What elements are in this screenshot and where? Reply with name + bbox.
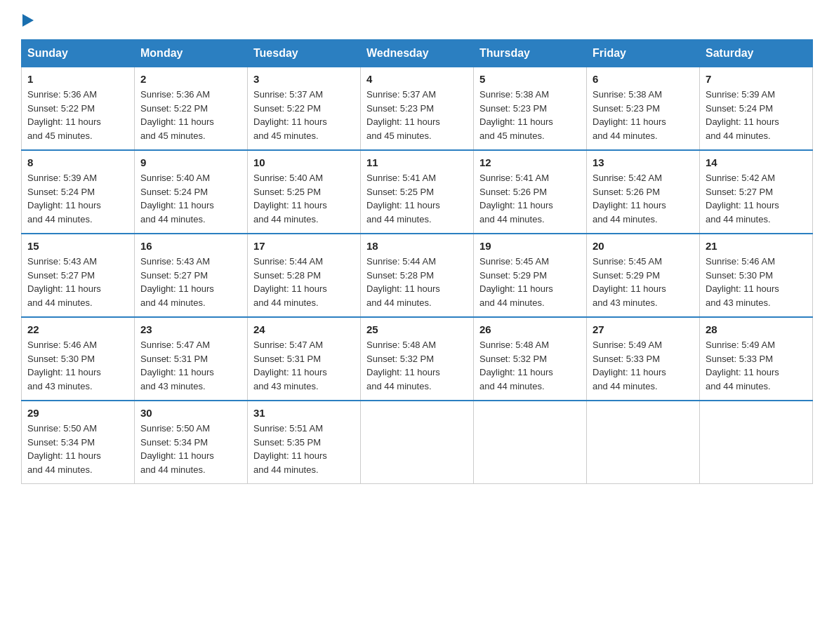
day-info: Sunrise: 5:43 AMSunset: 5:27 PMDaylight:… bbox=[27, 255, 128, 309]
day-info: Sunrise: 5:44 AMSunset: 5:28 PMDaylight:… bbox=[366, 255, 468, 309]
day-info: Sunrise: 5:44 AMSunset: 5:28 PMDaylight:… bbox=[253, 255, 355, 309]
day-number: 1 bbox=[27, 73, 128, 85]
calendar-cell: 25Sunrise: 5:48 AMSunset: 5:32 PMDayligh… bbox=[361, 317, 474, 401]
calendar-cell: 9Sunrise: 5:40 AMSunset: 5:24 PMDaylight… bbox=[135, 150, 248, 234]
day-info: Sunrise: 5:36 AMSunset: 5:22 PMDaylight:… bbox=[140, 88, 241, 142]
day-info: Sunrise: 5:42 AMSunset: 5:26 PMDaylight:… bbox=[593, 171, 694, 226]
day-info: Sunrise: 5:40 AMSunset: 5:25 PMDaylight:… bbox=[253, 171, 355, 226]
day-number: 8 bbox=[27, 156, 128, 168]
day-number: 28 bbox=[706, 323, 807, 335]
calendar-cell: 4Sunrise: 5:37 AMSunset: 5:23 PMDaylight… bbox=[361, 67, 474, 151]
day-number: 27 bbox=[593, 323, 694, 335]
header-sunday: Sunday bbox=[22, 40, 135, 67]
calendar-cell: 16Sunrise: 5:43 AMSunset: 5:27 PMDayligh… bbox=[135, 234, 248, 317]
day-number: 16 bbox=[140, 240, 241, 252]
day-number: 23 bbox=[140, 323, 241, 335]
calendar-cell: 3Sunrise: 5:37 AMSunset: 5:22 PMDaylight… bbox=[248, 67, 361, 151]
day-number: 11 bbox=[366, 156, 468, 168]
calendar-cell: 29Sunrise: 5:50 AMSunset: 5:34 PMDayligh… bbox=[22, 401, 135, 484]
day-number: 9 bbox=[140, 156, 241, 168]
day-info: Sunrise: 5:46 AMSunset: 5:30 PMDaylight:… bbox=[27, 338, 128, 393]
day-number: 12 bbox=[479, 156, 581, 168]
header-monday: Monday bbox=[135, 40, 248, 67]
calendar-cell bbox=[700, 401, 813, 484]
calendar-cell: 14Sunrise: 5:42 AMSunset: 5:27 PMDayligh… bbox=[700, 150, 813, 234]
calendar-cell: 27Sunrise: 5:49 AMSunset: 5:33 PMDayligh… bbox=[587, 317, 700, 401]
header-saturday: Saturday bbox=[700, 40, 813, 67]
day-number: 7 bbox=[706, 73, 807, 85]
header-friday: Friday bbox=[587, 40, 700, 67]
day-number: 19 bbox=[479, 240, 581, 252]
day-info: Sunrise: 5:37 AMSunset: 5:23 PMDaylight:… bbox=[366, 88, 468, 142]
header-thursday: Thursday bbox=[474, 40, 587, 67]
calendar-cell: 20Sunrise: 5:45 AMSunset: 5:29 PMDayligh… bbox=[587, 234, 700, 317]
day-number: 25 bbox=[366, 323, 468, 335]
calendar-cell: 5Sunrise: 5:38 AMSunset: 5:23 PMDaylight… bbox=[474, 67, 587, 151]
calendar-cell: 24Sunrise: 5:47 AMSunset: 5:31 PMDayligh… bbox=[248, 317, 361, 401]
calendar-cell bbox=[587, 401, 700, 484]
calendar-cell: 13Sunrise: 5:42 AMSunset: 5:26 PMDayligh… bbox=[587, 150, 700, 234]
calendar-cell: 23Sunrise: 5:47 AMSunset: 5:31 PMDayligh… bbox=[135, 317, 248, 401]
day-info: Sunrise: 5:46 AMSunset: 5:30 PMDaylight:… bbox=[706, 255, 807, 309]
day-number: 13 bbox=[593, 156, 694, 168]
logo bbox=[21, 14, 34, 25]
day-info: Sunrise: 5:39 AMSunset: 5:24 PMDaylight:… bbox=[706, 88, 807, 142]
day-number: 29 bbox=[27, 407, 128, 419]
calendar-cell: 31Sunrise: 5:51 AMSunset: 5:35 PMDayligh… bbox=[248, 401, 361, 484]
calendar-cell: 2Sunrise: 5:36 AMSunset: 5:22 PMDaylight… bbox=[135, 67, 248, 151]
day-info: Sunrise: 5:45 AMSunset: 5:29 PMDaylight:… bbox=[479, 255, 581, 309]
day-number: 5 bbox=[479, 73, 581, 85]
calendar-cell: 6Sunrise: 5:38 AMSunset: 5:23 PMDaylight… bbox=[587, 67, 700, 151]
day-info: Sunrise: 5:49 AMSunset: 5:33 PMDaylight:… bbox=[706, 338, 807, 393]
day-number: 22 bbox=[27, 323, 128, 335]
calendar-cell: 11Sunrise: 5:41 AMSunset: 5:25 PMDayligh… bbox=[361, 150, 474, 234]
calendar-cell: 26Sunrise: 5:48 AMSunset: 5:32 PMDayligh… bbox=[474, 317, 587, 401]
day-info: Sunrise: 5:50 AMSunset: 5:34 PMDaylight:… bbox=[140, 422, 241, 476]
day-number: 20 bbox=[593, 240, 694, 252]
day-info: Sunrise: 5:38 AMSunset: 5:23 PMDaylight:… bbox=[593, 88, 694, 142]
calendar-week-row: 1Sunrise: 5:36 AMSunset: 5:22 PMDaylight… bbox=[22, 67, 813, 151]
day-info: Sunrise: 5:41 AMSunset: 5:25 PMDaylight:… bbox=[366, 171, 468, 226]
day-info: Sunrise: 5:50 AMSunset: 5:34 PMDaylight:… bbox=[27, 422, 128, 476]
day-number: 18 bbox=[366, 240, 468, 252]
day-number: 3 bbox=[253, 73, 355, 85]
day-info: Sunrise: 5:49 AMSunset: 5:33 PMDaylight:… bbox=[593, 338, 694, 393]
day-number: 24 bbox=[253, 323, 355, 335]
day-info: Sunrise: 5:39 AMSunset: 5:24 PMDaylight:… bbox=[27, 171, 128, 226]
day-info: Sunrise: 5:38 AMSunset: 5:23 PMDaylight:… bbox=[479, 88, 581, 142]
calendar-header-row: SundayMondayTuesdayWednesdayThursdayFrid… bbox=[22, 40, 813, 67]
logo-triangle-icon bbox=[22, 14, 34, 27]
day-number: 14 bbox=[706, 156, 807, 168]
calendar-cell: 21Sunrise: 5:46 AMSunset: 5:30 PMDayligh… bbox=[700, 234, 813, 317]
calendar-cell: 12Sunrise: 5:41 AMSunset: 5:26 PMDayligh… bbox=[474, 150, 587, 234]
day-number: 10 bbox=[253, 156, 355, 168]
calendar-week-row: 8Sunrise: 5:39 AMSunset: 5:24 PMDaylight… bbox=[22, 150, 813, 234]
calendar-cell: 19Sunrise: 5:45 AMSunset: 5:29 PMDayligh… bbox=[474, 234, 587, 317]
day-number: 6 bbox=[593, 73, 694, 85]
day-info: Sunrise: 5:36 AMSunset: 5:22 PMDaylight:… bbox=[27, 88, 128, 142]
calendar-table: SundayMondayTuesdayWednesdayThursdayFrid… bbox=[21, 39, 813, 484]
calendar-cell: 18Sunrise: 5:44 AMSunset: 5:28 PMDayligh… bbox=[361, 234, 474, 317]
day-info: Sunrise: 5:47 AMSunset: 5:31 PMDaylight:… bbox=[140, 338, 241, 393]
day-info: Sunrise: 5:41 AMSunset: 5:26 PMDaylight:… bbox=[479, 171, 581, 226]
calendar-cell bbox=[474, 401, 587, 484]
calendar-cell: 1Sunrise: 5:36 AMSunset: 5:22 PMDaylight… bbox=[22, 67, 135, 151]
header-wednesday: Wednesday bbox=[361, 40, 474, 67]
day-number: 31 bbox=[253, 407, 355, 419]
day-number: 15 bbox=[27, 240, 128, 252]
day-info: Sunrise: 5:48 AMSunset: 5:32 PMDaylight:… bbox=[479, 338, 581, 393]
day-number: 21 bbox=[706, 240, 807, 252]
calendar-cell: 28Sunrise: 5:49 AMSunset: 5:33 PMDayligh… bbox=[700, 317, 813, 401]
header-tuesday: Tuesday bbox=[248, 40, 361, 67]
calendar-cell: 15Sunrise: 5:43 AMSunset: 5:27 PMDayligh… bbox=[22, 234, 135, 317]
calendar-week-row: 15Sunrise: 5:43 AMSunset: 5:27 PMDayligh… bbox=[22, 234, 813, 317]
calendar-cell: 30Sunrise: 5:50 AMSunset: 5:34 PMDayligh… bbox=[135, 401, 248, 484]
calendar-cell: 8Sunrise: 5:39 AMSunset: 5:24 PMDaylight… bbox=[22, 150, 135, 234]
day-info: Sunrise: 5:47 AMSunset: 5:31 PMDaylight:… bbox=[253, 338, 355, 393]
calendar-week-row: 22Sunrise: 5:46 AMSunset: 5:30 PMDayligh… bbox=[22, 317, 813, 401]
day-number: 4 bbox=[366, 73, 468, 85]
day-info: Sunrise: 5:45 AMSunset: 5:29 PMDaylight:… bbox=[593, 255, 694, 309]
calendar-week-row: 29Sunrise: 5:50 AMSunset: 5:34 PMDayligh… bbox=[22, 401, 813, 484]
calendar-cell bbox=[361, 401, 474, 484]
day-info: Sunrise: 5:43 AMSunset: 5:27 PMDaylight:… bbox=[140, 255, 241, 309]
